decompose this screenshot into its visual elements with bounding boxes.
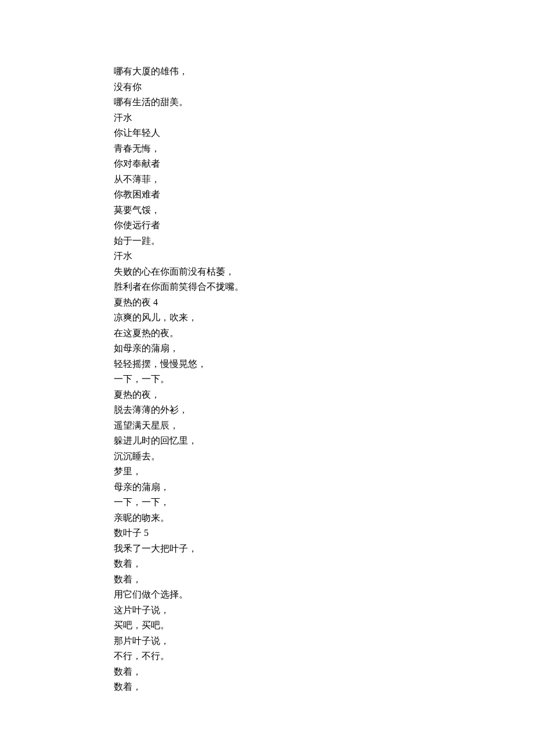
text-line: 汗水 (114, 249, 534, 264)
text-line: 沉沉睡去。 (114, 449, 534, 465)
text-line: 凉爽的风儿，吹来， (114, 310, 534, 326)
text-line: 数着， (114, 556, 534, 572)
text-line: 数着， (114, 572, 534, 588)
text-line: 轻轻摇摆，慢慢晃悠， (114, 357, 534, 372)
text-line: 始于一跬。 (114, 233, 534, 249)
text-line: 夏热的夜 4 (114, 295, 534, 311)
text-line: 买吧，买吧。 (114, 618, 534, 633)
text-line: 一下，一下， (114, 495, 534, 510)
document-page: 哪有大厦的雄伟， 没有你 哪有生活的甜美。 汗水 你让年轻人 青春无悔， 你对奉… (0, 0, 534, 695)
text-line: 失败的心在你面前没有枯萎， (114, 264, 534, 280)
text-line: 数叶子 5 (114, 525, 534, 541)
text-line: 哪有生活的甜美。 (114, 95, 534, 110)
text-line: 青春无悔， (114, 141, 534, 157)
text-line: 母亲的蒲扇， (114, 480, 534, 495)
text-line: 在这夏热的夜。 (114, 326, 534, 341)
text-line: 一下，一下。 (114, 372, 534, 387)
text-line: 从不薄菲， (114, 172, 534, 188)
text-line: 你让年轻人 (114, 125, 534, 141)
text-line: 你使远行者 (114, 218, 534, 233)
text-line: 数着， (114, 679, 534, 695)
text-line: 不行，不行。 (114, 649, 534, 664)
text-line: 你教困难者 (114, 187, 534, 203)
text-line: 脱去薄薄的外衫， (114, 402, 534, 418)
text-line: 遥望满天星辰， (114, 418, 534, 434)
text-line: 莫要气馁， (114, 203, 534, 218)
text-line: 这片叶子说， (114, 603, 534, 618)
text-line: 躲进儿时的回忆里， (114, 433, 534, 449)
text-line: 夏热的夜， (114, 387, 534, 403)
text-line: 我釆了一大把叶子， (114, 541, 534, 557)
text-line: 没有你 (114, 80, 534, 95)
text-line: 亲昵的吻来。 (114, 510, 534, 526)
text-line: 梦里， (114, 464, 534, 480)
text-line: 数着， (114, 664, 534, 680)
text-line: 用它们做个选择。 (114, 587, 534, 603)
text-line: 你对奉献者 (114, 156, 534, 172)
text-line: 胜利者在你面前笑得合不拢嘴。 (114, 279, 534, 295)
text-line: 如母亲的蒲扇， (114, 341, 534, 357)
text-line: 哪有大厦的雄伟， (114, 64, 534, 80)
text-line: 汗水 (114, 110, 534, 126)
text-line: 那片叶子说， (114, 633, 534, 649)
